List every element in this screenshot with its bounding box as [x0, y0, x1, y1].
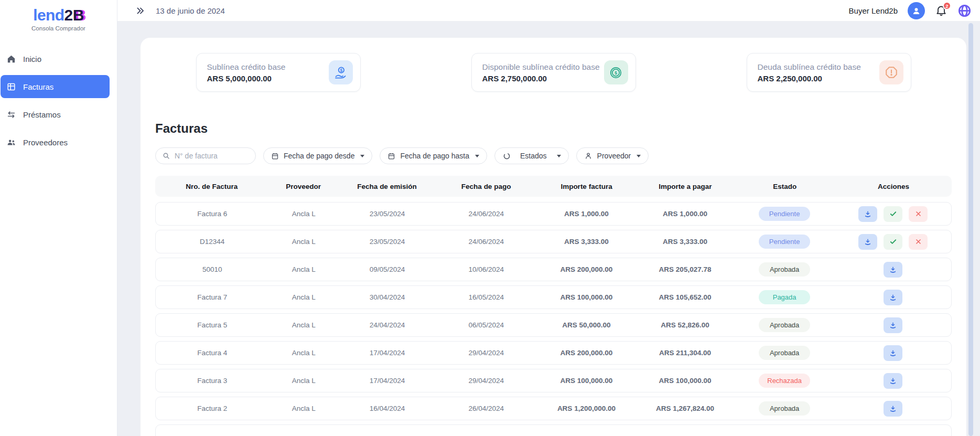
cell-issue-date: 24/04/2024 — [339, 321, 436, 329]
approve-button[interactable] — [884, 234, 902, 250]
download-button[interactable] — [884, 401, 902, 417]
table-row: Factura 6Ancla L23/05/202424/06/2024ARS … — [155, 202, 952, 226]
cell-invoice-number: Factura 2 — [156, 405, 268, 412]
row-actions — [835, 234, 951, 250]
cell-payable-amount: ARS 1,000.00 — [636, 210, 734, 218]
invoices-grid-icon — [6, 82, 16, 92]
vertical-scrollbar[interactable] — [968, 23, 973, 436]
filters-bar: Fecha de pago desde Fecha de pago hasta — [155, 147, 952, 164]
main-content: Sublínea crédito base ARS 5,000,000.00 $ — [117, 22, 980, 436]
home-icon — [6, 54, 16, 64]
current-date: 13 de junio de 2024 — [156, 6, 225, 15]
cell-due-date: 29/04/2024 — [436, 349, 537, 357]
transfer-arrows-icon — [6, 110, 16, 120]
coin-icon: $ — [604, 60, 628, 84]
cell-due-date: 29/04/2024 — [436, 377, 537, 385]
download-button[interactable] — [884, 262, 902, 278]
table-row: Factura 4Ancla L17/04/202429/04/2024ARS … — [155, 341, 952, 365]
table-body: Factura 6Ancla L23/05/202424/06/2024ARS … — [155, 202, 952, 420]
chevron-down-icon — [557, 155, 561, 157]
cell-due-date: 26/04/2024 — [436, 405, 537, 412]
row-actions — [835, 290, 951, 305]
sidebar-item-proveedores[interactable]: Proveedores — [1, 131, 110, 154]
svg-text:$: $ — [615, 70, 617, 75]
row-actions — [835, 345, 951, 361]
cell-issue-date: 17/04/2024 — [339, 349, 436, 357]
cell-provider: Ancla L — [268, 405, 338, 412]
console-subtitle: Consola Comprador — [0, 25, 117, 31]
reject-button[interactable] — [909, 234, 928, 250]
column-header: Estado — [734, 183, 835, 190]
cell-invoice-number: Factura 7 — [156, 293, 268, 301]
status-badge: Pendiente — [759, 207, 810, 221]
cell-payable-amount: ARS 1,267,824.00 — [636, 405, 734, 412]
search-input[interactable] — [175, 152, 249, 160]
provider-filter[interactable]: Proveedor — [576, 147, 649, 164]
cell-invoice-amount: ARS 3,333.00 — [537, 238, 637, 246]
table-row: Factura 7Ancla L30/04/202416/05/2024ARS … — [155, 285, 952, 309]
cell-due-date: 10/06/2024 — [436, 265, 537, 273]
x-icon — [915, 238, 922, 245]
status-badge: Pendiente — [759, 235, 810, 249]
cell-invoice-number: Factura 5 — [156, 321, 268, 329]
row-actions — [835, 373, 951, 389]
approve-button[interactable] — [884, 206, 902, 222]
cell-issue-date: 16/04/2024 — [339, 405, 436, 412]
card-amount: ARS 2,750,000.00 — [482, 74, 599, 83]
download-button[interactable] — [858, 234, 877, 250]
card-disponible-sublinea: Disponible sublínea crédito base ARS 2,7… — [471, 53, 636, 92]
date-from-filter[interactable]: Fecha de pago desde — [263, 147, 372, 164]
cell-invoice-number: Factura 4 — [156, 349, 268, 357]
invoices-section: Facturas Fecha de pago desde — [141, 121, 966, 436]
sidebar-item-label: Facturas — [23, 82, 53, 91]
column-header: Fecha de pago — [436, 183, 537, 190]
double-chevron-right-icon — [135, 6, 145, 16]
column-header: Nro. de Factura — [155, 183, 268, 190]
status-badge: Aprobada — [759, 318, 810, 332]
download-button[interactable] — [884, 345, 902, 361]
user-avatar[interactable] — [908, 2, 925, 19]
cell-invoice-amount: ARS 50,000.00 — [537, 321, 637, 329]
table-row: Factura 5Ancla L24/04/202406/05/2024ARS … — [155, 313, 952, 337]
card-title: Deuda sublínea crédito base — [758, 62, 874, 72]
cell-invoice-amount: ARS 1,000.00 — [537, 210, 637, 218]
download-icon — [864, 210, 872, 218]
cell-due-date: 06/05/2024 — [436, 321, 537, 329]
column-header: Fecha de emisión — [338, 183, 435, 190]
notifications-button[interactable]: 2 — [935, 4, 947, 17]
download-button[interactable] — [884, 373, 902, 389]
cell-payable-amount: ARS 100,000.00 — [636, 377, 734, 385]
sidebar-item-label: Proveedores — [23, 138, 68, 147]
hand-coin-icon: $ — [329, 60, 353, 84]
logo-b: B — [73, 6, 84, 24]
card-sublinea-credito: Sublínea crédito base ARS 5,000,000.00 $ — [196, 53, 361, 92]
sidebar-collapse-button[interactable] — [135, 6, 145, 16]
sidebar-item-prestamos[interactable]: Préstamos — [1, 103, 110, 126]
sidebar-item-facturas[interactable]: Facturas — [1, 75, 110, 98]
states-filter[interactable]: Estados — [494, 147, 569, 164]
table-row: D12344Ancla L23/05/202424/06/2024ARS 3,3… — [155, 230, 952, 253]
sidebar-nav: Inicio Facturas Préstamos Proveedores — [0, 47, 117, 154]
table-row-partial — [155, 424, 952, 436]
status-badge: Aprobada — [759, 401, 810, 416]
cell-payable-amount: ARS 205,027.78 — [636, 265, 734, 273]
cell-issue-date: 23/05/2024 — [339, 210, 436, 218]
summary-cards: Sublínea crédito base ARS 5,000,000.00 $ — [141, 38, 966, 92]
cell-provider: Ancla L — [268, 321, 338, 329]
download-button[interactable] — [858, 206, 877, 222]
topbar: 13 de junio de 2024 Buyer Lend2b 2 — [117, 0, 980, 22]
cell-due-date: 16/05/2024 — [436, 293, 537, 301]
chevron-down-icon — [637, 155, 641, 157]
x-icon — [915, 210, 922, 217]
invoice-search[interactable] — [155, 147, 256, 164]
logo-2: 2 — [64, 6, 73, 24]
download-icon — [889, 377, 897, 385]
reject-button[interactable] — [909, 206, 928, 222]
download-button[interactable] — [884, 290, 902, 305]
language-button[interactable] — [957, 4, 972, 18]
row-actions — [835, 262, 951, 278]
date-to-filter[interactable]: Fecha de pago hasta — [380, 147, 487, 164]
download-button[interactable] — [884, 317, 902, 333]
sidebar-item-inicio[interactable]: Inicio — [1, 47, 110, 70]
sidebar-item-label: Préstamos — [23, 110, 61, 119]
